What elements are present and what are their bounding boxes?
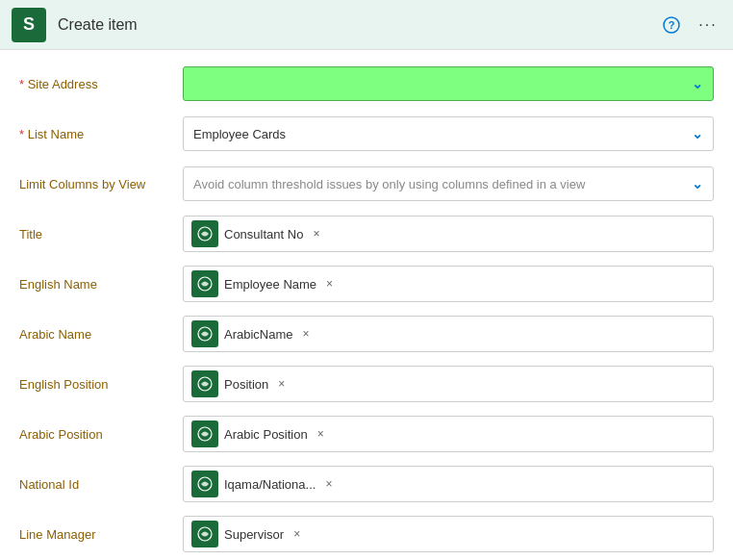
english-name-token-close[interactable]: × (326, 277, 333, 291)
limit-columns-dropdown[interactable]: Avoid column threshold issues by only us… (183, 166, 714, 201)
app-logo: S (12, 8, 46, 42)
title-row: Title Consultant No × (19, 216, 714, 252)
english-position-token: Position × (191, 370, 285, 397)
help-button[interactable]: ? (658, 12, 685, 38)
title-token: Consultant No × (191, 220, 319, 247)
line-manager-token-text: Supervisor (224, 527, 284, 542)
english-position-token-close[interactable]: × (278, 377, 285, 391)
list-name-label: List Name (19, 127, 183, 141)
english-name-label: English Name (19, 277, 183, 292)
list-name-dropdown[interactable]: Employee Cards ⌄ (183, 116, 714, 151)
line-manager-token: Supervisor × (191, 521, 300, 547)
limit-columns-control: Avoid column threshold issues by only us… (183, 166, 714, 201)
arabic-position-token: Arabic Position × (191, 420, 324, 447)
line-manager-field[interactable]: Supervisor × (183, 516, 714, 552)
form-content: Site Address ⌄ List Name Employee Cards … (0, 50, 733, 560)
national-id-token-text: Iqama/Nationa... (224, 477, 316, 492)
english-name-token: Employee Name × (191, 270, 333, 297)
arabic-name-token-icon (191, 320, 218, 347)
arabic-name-field[interactable]: ArabicName × (183, 316, 714, 352)
english-name-field[interactable]: Employee Name × (183, 266, 714, 302)
title-token-icon (191, 220, 218, 247)
national-id-label: National Id (19, 477, 183, 492)
arabic-position-control: Arabic Position × (183, 416, 714, 452)
arabic-position-token-text: Arabic Position (224, 427, 308, 442)
arabic-name-label: Arabic Name (19, 327, 183, 342)
national-id-row: National Id Iqama/Nationa... × (19, 466, 714, 502)
english-position-field[interactable]: Position × (183, 366, 714, 402)
line-manager-token-close[interactable]: × (293, 527, 300, 541)
title-control: Consultant No × (183, 216, 714, 252)
national-id-control: Iqama/Nationa... × (183, 466, 714, 502)
english-position-row: English Position Position × (19, 366, 714, 402)
limit-columns-chevron-icon: ⌄ (692, 176, 703, 191)
national-id-token-icon (191, 471, 218, 497)
arabic-position-label: Arabic Position (19, 427, 183, 442)
site-address-control: ⌄ (183, 66, 714, 101)
arabic-name-token-close[interactable]: × (303, 327, 310, 341)
english-position-label: English Position (19, 377, 183, 392)
title-label: Title (19, 227, 183, 242)
national-id-token: Iqama/Nationa... × (191, 471, 332, 497)
limit-columns-label: Limit Columns by View (19, 177, 183, 191)
page-title: Create item (58, 16, 658, 34)
arabic-position-token-close[interactable]: × (317, 427, 324, 441)
header: S Create item ? ··· (0, 0, 733, 50)
more-button[interactable]: ··· (695, 12, 721, 38)
line-manager-token-icon (191, 521, 218, 547)
arabic-position-field[interactable]: Arabic Position × (183, 416, 714, 452)
english-position-token-text: Position (224, 377, 268, 392)
english-name-token-text: Employee Name (224, 277, 316, 292)
title-token-text: Consultant No (224, 227, 303, 242)
svg-text:?: ? (669, 19, 675, 31)
site-address-row: Site Address ⌄ (19, 65, 714, 102)
arabic-name-token: ArabicName × (191, 320, 310, 347)
arabic-name-token-text: ArabicName (224, 327, 293, 342)
list-name-row: List Name Employee Cards ⌄ (19, 115, 714, 152)
list-name-chevron-icon: ⌄ (692, 126, 703, 141)
national-id-token-close[interactable]: × (325, 477, 332, 491)
english-name-row: English Name Employee Name × (19, 266, 714, 302)
limit-columns-row: Limit Columns by View Avoid column thres… (19, 165, 714, 202)
english-position-control: Position × (183, 366, 714, 402)
english-name-token-icon (191, 270, 218, 297)
app-container: S Create item ? ··· Site Address (0, 0, 733, 560)
header-actions: ? ··· (658, 12, 721, 38)
arabic-name-control: ArabicName × (183, 316, 714, 352)
national-id-field[interactable]: Iqama/Nationa... × (183, 466, 714, 502)
arabic-name-row: Arabic Name ArabicName × (19, 316, 714, 352)
arabic-position-token-icon (191, 420, 218, 447)
line-manager-row: Line Manager Supervisor × (19, 516, 714, 552)
line-manager-label: Line Manager (19, 527, 183, 542)
english-position-token-icon (191, 370, 218, 397)
title-token-close[interactable]: × (313, 227, 319, 241)
line-manager-control: Supervisor × (183, 516, 714, 552)
arabic-position-row: Arabic Position Arabic Position × (19, 416, 714, 452)
english-name-control: Employee Name × (183, 266, 714, 302)
site-address-dropdown[interactable]: ⌄ (183, 66, 714, 101)
site-address-chevron-icon: ⌄ (692, 76, 703, 91)
site-address-label: Site Address (19, 77, 183, 91)
title-field[interactable]: Consultant No × (183, 216, 714, 252)
list-name-control: Employee Cards ⌄ (183, 116, 714, 151)
